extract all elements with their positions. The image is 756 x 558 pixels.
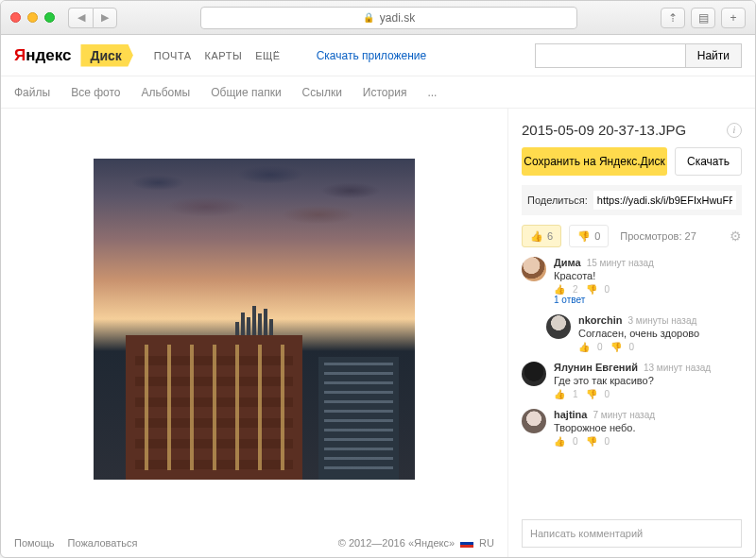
maximize-window-icon[interactable]	[44, 12, 55, 23]
gear-icon[interactable]: ⚙	[730, 228, 742, 244]
help-link[interactable]: Помощь	[14, 537, 55, 549]
comment-input[interactable]: Написать комментарий	[522, 519, 742, 548]
thumb-down-icon[interactable]: 👎	[586, 436, 597, 447]
avatar[interactable]	[522, 409, 546, 433]
comment-author[interactable]: Дима	[554, 257, 581, 268]
thumb-down-icon[interactable]: 👎	[586, 389, 597, 399]
image-viewport	[1, 109, 507, 529]
stats-row: 👍 6 👎 0 Просмотров: 27 ⚙	[522, 225, 742, 247]
thumb-down-icon: 👎	[577, 230, 591, 243]
tab-shared[interactable]: Общие папки	[211, 86, 281, 99]
new-tab-button[interactable]: +	[721, 8, 746, 28]
filename-row: 2015-05-09 20-37-13.JPG i	[522, 122, 742, 138]
like-count: 6	[547, 230, 553, 242]
minimize-window-icon[interactable]	[27, 12, 38, 23]
comment-text: Где это так красиво?	[554, 375, 742, 386]
yandex-menu: ПОЧТА КАРТЫ ЕЩЁ	[154, 50, 281, 61]
window-controls	[10, 12, 55, 23]
search-button[interactable]: Найти	[686, 43, 742, 68]
comment-author[interactable]: hajtina	[554, 409, 587, 420]
share-row: Поделиться:	[522, 185, 742, 215]
menu-maps[interactable]: КАРТЫ	[205, 50, 243, 61]
comment-time: 15 минут назад	[587, 258, 654, 268]
tab-allphotos[interactable]: Все фото	[71, 86, 120, 99]
comment-reply: nkorchin3 минуты назад Согласен, очень з…	[546, 314, 742, 352]
browser-titlebar: ◀ ▶ 🔒 yadi.sk ⇡ ▤ +	[1, 1, 755, 35]
share-url-input[interactable]	[593, 191, 736, 210]
url-bar[interactable]: 🔒 yadi.sk	[200, 7, 577, 29]
lock-icon: 🔒	[363, 12, 374, 23]
viewer-footer: Помощь Пожаловаться © 2012—2016 «Яндекс»…	[1, 529, 507, 557]
titlebar-right: ⇡ ▤ +	[661, 8, 746, 28]
avatar[interactable]	[546, 314, 571, 339]
nav-arrows: ◀ ▶	[68, 8, 117, 28]
close-window-icon[interactable]	[10, 12, 21, 23]
thumb-down-icon[interactable]: 👎	[586, 284, 597, 295]
browser-window: ◀ ▶ 🔒 yadi.sk ⇡ ▤ + Яндекс Диск ПОЧТА КА…	[0, 0, 756, 558]
comment-author[interactable]: nkorchin	[578, 314, 622, 326]
share-label: Поделиться:	[527, 194, 588, 206]
menu-more[interactable]: ЕЩЁ	[255, 50, 281, 61]
comment-text: Творожное небо.	[554, 422, 742, 433]
search-input[interactable]	[535, 43, 686, 68]
thumb-up-icon[interactable]: 👍	[554, 389, 565, 399]
yandex-header: Яндекс Диск ПОЧТА КАРТЫ ЕЩЁ Скачать прил…	[1, 35, 755, 76]
comment-text: Согласен, очень здорово	[578, 328, 742, 339]
avatar[interactable]	[522, 362, 546, 386]
info-icon[interactable]: i	[727, 123, 742, 138]
save-to-disk-button[interactable]: Сохранить на Яндекс.Диск	[522, 147, 667, 176]
viewer-pane: Помощь Пожаловаться © 2012—2016 «Яндекс»…	[1, 109, 507, 557]
comment: hajtina7 минут назад Творожное небо. 👍0 …	[522, 409, 742, 447]
copyright: © 2012—2016 «Яндекс»	[338, 537, 455, 549]
comment-time: 7 минут назад	[593, 410, 655, 420]
thumb-down-icon[interactable]: 👎	[610, 342, 622, 352]
report-link[interactable]: Пожаловаться	[68, 537, 138, 549]
comments-list: Дима15 минут назад Красота! 👍2 👎0 1 отве…	[522, 257, 742, 447]
tab-history[interactable]: История	[363, 86, 407, 99]
menu-mail[interactable]: ПОЧТА	[154, 50, 192, 61]
replies-link[interactable]: 1 ответ	[554, 295, 585, 305]
avatar[interactable]	[522, 257, 546, 281]
content: Помощь Пожаловаться © 2012—2016 «Яндекс»…	[1, 109, 755, 557]
tab-more[interactable]: ...	[427, 86, 437, 99]
disk-logo[interactable]: Диск	[80, 44, 132, 67]
comment: Ялунин Евгений13 минут назад Где это так…	[522, 362, 742, 399]
comment-time: 13 минут назад	[644, 363, 711, 373]
action-buttons: Сохранить на Яндекс.Диск Скачать	[522, 147, 742, 176]
file-name: 2015-05-09 20-37-13.JPG	[522, 122, 686, 138]
lang-label[interactable]: RU	[479, 537, 494, 549]
thumb-up-icon[interactable]: 👍	[578, 342, 590, 352]
back-button[interactable]: ◀	[68, 8, 93, 28]
download-app-link[interactable]: Скачать приложение	[317, 49, 427, 62]
url-text: yadi.sk	[380, 11, 415, 25]
views-label: Просмотров: 27	[620, 230, 696, 242]
tab-files[interactable]: Файлы	[14, 86, 50, 99]
search-form: Найти	[535, 43, 742, 68]
thumb-up-icon[interactable]: 👍	[554, 284, 565, 295]
forward-button[interactable]: ▶	[93, 8, 117, 28]
like-button[interactable]: 👍 6	[522, 225, 561, 247]
share-button[interactable]: ⇡	[661, 8, 685, 28]
thumb-up-icon: 👍	[530, 230, 543, 243]
yandex-logo[interactable]: Яндекс	[14, 46, 71, 65]
comment-author[interactable]: Ялунин Евгений	[554, 362, 638, 373]
comment-time: 3 минуты назад	[627, 315, 696, 326]
flag-icon	[460, 539, 473, 548]
tabs-button[interactable]: ▤	[691, 8, 715, 28]
comment: Дима15 минут назад Красота! 👍2 👎0 1 отве…	[522, 257, 742, 305]
disk-tabs: Файлы Все фото Альбомы Общие папки Ссылк…	[1, 76, 755, 109]
comment-text: Красота!	[554, 270, 742, 281]
tab-links[interactable]: Ссылки	[302, 86, 342, 99]
photo-preview[interactable]	[94, 159, 415, 480]
sidebar: 2015-05-09 20-37-13.JPG i Сохранить на Я…	[507, 109, 755, 557]
tab-albums[interactable]: Альбомы	[141, 86, 190, 99]
dislike-button[interactable]: 👎 0	[569, 225, 609, 247]
thumb-up-icon[interactable]: 👍	[554, 436, 565, 447]
download-button[interactable]: Скачать	[675, 147, 742, 176]
dislike-count: 0	[594, 230, 600, 242]
